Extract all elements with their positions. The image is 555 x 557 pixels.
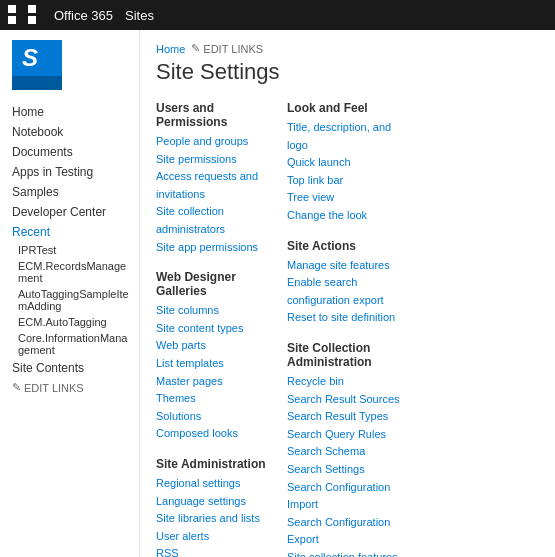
section-title-users: Users and Permissions — [156, 101, 277, 129]
link-search-config-import[interactable]: Search Configuration Import — [287, 479, 408, 514]
link-tree-view[interactable]: Tree view — [287, 189, 408, 207]
link-enable-search-export[interactable]: Enable search configuration export — [287, 274, 408, 309]
link-site-collection-features[interactable]: Site collection features — [287, 549, 408, 557]
link-search-schema[interactable]: Search Schema — [287, 443, 408, 461]
section-site-admin: Site Administration Regional settings La… — [156, 457, 277, 557]
grid-icon[interactable] — [8, 5, 46, 25]
sites-link[interactable]: Sites — [125, 8, 154, 23]
link-site-collection-admins[interactable]: Site collection administrators — [156, 203, 277, 238]
link-manage-features[interactable]: Manage site features — [287, 257, 408, 275]
section-title-site-collection-admin: Site Collection Administration — [287, 341, 408, 369]
section-title-web-designer: Web Designer Galleries — [156, 270, 277, 298]
sidebar: S Home Notebook Documents Apps in Testin… — [0, 30, 140, 557]
main-wrapper: S Home Notebook Documents Apps in Testin… — [0, 30, 555, 557]
content-area: Home ✎ EDIT LINKS Site Settings Users an… — [140, 30, 555, 557]
link-title-desc-logo[interactable]: Title, description, and logo — [287, 119, 408, 154]
recent-item-3[interactable]: ECM.AutoTagging — [0, 314, 139, 330]
section-users-permissions: Users and Permissions People and groups … — [156, 101, 277, 256]
column-3 — [418, 101, 539, 557]
link-solutions[interactable]: Solutions — [156, 408, 277, 426]
sidebar-item-home[interactable]: Home — [0, 102, 139, 122]
logo-letter: S — [22, 44, 38, 72]
link-rss[interactable]: RSS — [156, 545, 277, 557]
recent-label: Recent — [0, 222, 139, 242]
recent-item-1[interactable]: ECM.RecordsManagement — [0, 258, 139, 286]
link-reset-site-def[interactable]: Reset to site definition — [287, 309, 408, 327]
link-list-templates[interactable]: List templates — [156, 355, 277, 373]
sidebar-item-notebook[interactable]: Notebook — [0, 122, 139, 142]
link-top-link-bar[interactable]: Top link bar — [287, 172, 408, 190]
recent-item-0[interactable]: IPRTest — [0, 242, 139, 258]
sidebar-edit-links[interactable]: ✎ EDIT LINKS — [0, 378, 139, 397]
link-regional-settings[interactable]: Regional settings — [156, 475, 277, 493]
app-title[interactable]: Office 365 — [54, 8, 113, 23]
section-title-look-feel: Look and Feel — [287, 101, 408, 115]
link-site-content-types[interactable]: Site content types — [156, 320, 277, 338]
section-site-actions: Site Actions Manage site features Enable… — [287, 239, 408, 327]
pencil-icon: ✎ — [12, 381, 21, 394]
link-change-look[interactable]: Change the look — [287, 207, 408, 225]
column-1: Users and Permissions People and groups … — [156, 101, 277, 557]
logo-bar — [12, 76, 62, 90]
recent-item-2[interactable]: AutoTaggingSampleItemAdding — [0, 286, 139, 314]
link-site-columns[interactable]: Site columns — [156, 302, 277, 320]
link-quick-launch[interactable]: Quick launch — [287, 154, 408, 172]
link-user-alerts[interactable]: User alerts — [156, 528, 277, 546]
link-web-parts[interactable]: Web parts — [156, 337, 277, 355]
section-title-site-admin: Site Administration — [156, 457, 277, 471]
link-search-result-types[interactable]: Search Result Types — [287, 408, 408, 426]
link-site-app-permissions[interactable]: Site app permissions — [156, 239, 277, 257]
link-composed-looks[interactable]: Composed looks — [156, 425, 277, 443]
column-2: Look and Feel Title, description, and lo… — [287, 101, 408, 557]
link-themes[interactable]: Themes — [156, 390, 277, 408]
link-site-permissions[interactable]: Site permissions — [156, 151, 277, 169]
sidebar-item-apps-in-testing[interactable]: Apps in Testing — [0, 162, 139, 182]
breadcrumb-edit-links[interactable]: ✎ EDIT LINKS — [191, 42, 263, 55]
section-title-site-actions: Site Actions — [287, 239, 408, 253]
sidebar-item-developer-center[interactable]: Developer Center — [0, 202, 139, 222]
section-look-feel: Look and Feel Title, description, and lo… — [287, 101, 408, 225]
breadcrumb: Home ✎ EDIT LINKS — [156, 42, 539, 55]
pencil-icon-breadcrumb: ✎ — [191, 42, 200, 55]
link-access-requests[interactable]: Access requests and invitations — [156, 168, 277, 203]
sharepoint-logo: S — [12, 40, 62, 90]
sidebar-item-samples[interactable]: Samples — [0, 182, 139, 202]
link-master-pages[interactable]: Master pages — [156, 373, 277, 391]
page-title: Site Settings — [156, 59, 539, 85]
link-search-query-rules[interactable]: Search Query Rules — [287, 426, 408, 444]
link-people-groups[interactable]: People and groups — [156, 133, 277, 151]
sidebar-item-documents[interactable]: Documents — [0, 142, 139, 162]
section-site-collection-admin: Site Collection Administration Recycle b… — [287, 341, 408, 557]
link-site-libraries-lists[interactable]: Site libraries and lists — [156, 510, 277, 528]
breadcrumb-home[interactable]: Home — [156, 43, 185, 55]
sidebar-item-site-contents[interactable]: Site Contents — [0, 358, 139, 378]
link-search-result-sources[interactable]: Search Result Sources — [287, 391, 408, 409]
link-recycle-bin[interactable]: Recycle bin — [287, 373, 408, 391]
top-bar: Office 365 Sites — [0, 0, 555, 30]
link-language-settings[interactable]: Language settings — [156, 493, 277, 511]
settings-columns: Users and Permissions People and groups … — [156, 101, 539, 557]
recent-item-4[interactable]: Core.InformationManagement — [0, 330, 139, 358]
section-web-designer: Web Designer Galleries Site columns Site… — [156, 270, 277, 443]
link-search-config-export[interactable]: Search Configuration Export — [287, 514, 408, 549]
link-search-settings[interactable]: Search Settings — [287, 461, 408, 479]
